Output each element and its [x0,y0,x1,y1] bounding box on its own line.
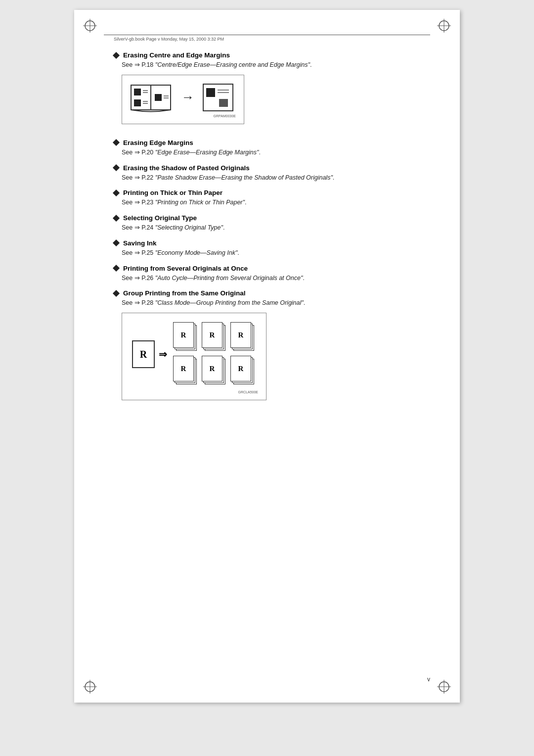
section-title-saving-ink: Saving Ink [114,239,420,247]
source-card: R [132,340,155,368]
section-title-printing-thick-thin: Printing on Thick or Thin Paper [114,189,420,196]
section-group-printing: Group Printing from the Same Original Se… [114,289,420,408]
diagram-group-printing: R ⇒ R R R [122,313,267,400]
diamond-icon-6 [113,239,120,246]
section-erasing-shadow: Erasing the Shadow of Pasted Originals S… [114,164,420,183]
output-stack-4: R [173,356,199,386]
svg-rect-25 [206,88,215,97]
arrow-symbol: → [181,90,194,105]
section-title-erasing-shadow: Erasing the Shadow of Pasted Originals [114,164,420,172]
output-stack-2: R [202,322,227,353]
section-selecting-original: Selecting Original Type See ⇒ P.24 "Sele… [114,214,420,233]
section-desc-selecting-original: See ⇒ P.24 "Selecting Original Type". [122,223,420,233]
book-svg [130,81,175,113]
section-desc-printing-several: See ⇒ P.26 "Auto Cycle—Printing from Sev… [122,274,420,283]
section-title-selecting-original: Selecting Original Type [114,214,420,222]
section-desc-erasing-centre-edge: See ⇒ P.18 "Centre/Edge Erase—Erasing ce… [122,60,420,70]
output-stack-5: R [202,356,227,386]
diamond-icon-8 [113,290,120,297]
section-desc-printing-thick-thin: See ⇒ P.23 "Printing on Thick or Thin Pa… [122,198,420,207]
section-erasing-edge: Erasing Edge Margins See ⇒ P.20 "Edge Er… [114,139,420,157]
section-title-erasing-centre-edge: Erasing Centre and Edge Margins [114,51,420,59]
corner-mark-bottom-left [83,680,97,694]
corner-mark-top-left [83,19,97,33]
header-info: SilverV-gb.book Page v Monday, May 15, 2… [104,37,430,42]
diagram-label-centre-edge: GRPAM0030E [130,114,236,118]
diagram-centre-edge: → GRPAM0030E [122,75,244,124]
corner-mark-top-right [437,19,451,33]
corner-mark-bottom-right [437,680,451,694]
section-desc-group-printing: See ⇒ P.28 "Class Mode—Group Printing fr… [122,298,420,308]
svg-rect-21 [155,94,162,101]
header-divider [104,35,430,35]
diamond-icon-2 [113,139,120,146]
section-printing-thick-thin: Printing on Thick or Thin Paper See ⇒ P.… [114,189,420,207]
section-erasing-centre-edge: Erasing Centre and Edge Margins See ⇒ P.… [114,51,420,132]
diamond-icon-4 [113,189,120,196]
section-desc-erasing-edge: See ⇒ P.20 "Edge Erase—Erasing Edge Marg… [122,148,420,157]
group-arrow: ⇒ [159,348,167,360]
erase-diagram-inner: → [130,81,236,113]
result-svg [201,81,236,113]
output-stack-6: R [230,356,256,386]
section-printing-several: Printing from Several Originals at Once … [114,265,420,283]
section-title-erasing-edge: Erasing Edge Margins [114,139,420,146]
section-saving-ink: Saving Ink See ⇒ P.25 "Economy Mode—Savi… [114,239,420,258]
diamond-icon-3 [113,164,120,171]
page-number: v [427,676,430,683]
diamond-icon [113,51,120,58]
group-source: R ⇒ [132,340,167,368]
page: SilverV-gb.book Page v Monday, May 15, 2… [74,10,460,703]
main-content: Erasing Centre and Edge Margins See ⇒ P.… [104,51,430,408]
section-desc-saving-ink: See ⇒ P.25 "Economy Mode—Saving Ink". [122,248,420,258]
output-stack-1: R R [173,322,199,353]
section-title-group-printing: Group Printing from the Same Original [114,289,420,297]
svg-rect-28 [219,99,228,107]
section-desc-erasing-shadow: See ⇒ P.22 "Paste Shadow Erase—Erasing t… [122,173,420,183]
diamond-icon-7 [113,265,120,272]
output-grid: R R R R [173,322,256,386]
diamond-icon-5 [113,214,120,221]
section-title-printing-several: Printing from Several Originals at Once [114,265,420,272]
diagram-label-group: GRCLA500E [130,390,258,394]
output-stack-3: R [230,322,256,353]
svg-rect-15 [134,89,141,95]
svg-rect-16 [134,99,141,106]
